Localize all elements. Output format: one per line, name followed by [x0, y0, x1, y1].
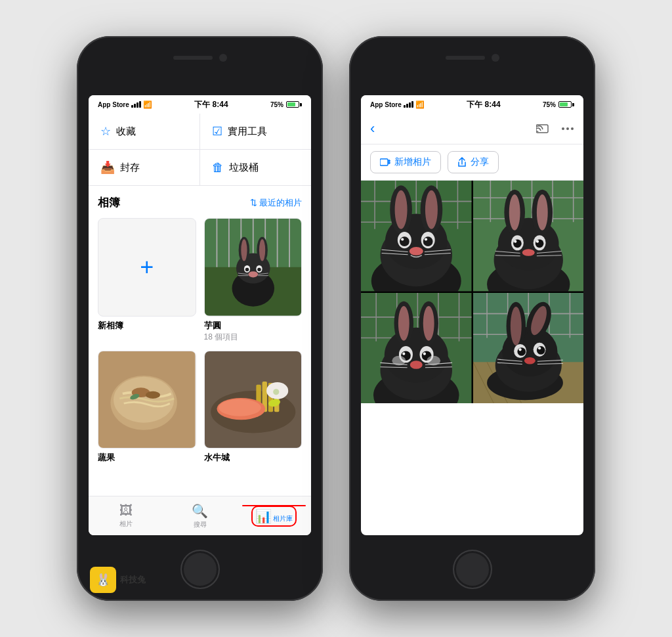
watermark-text: 科技兔	[120, 574, 146, 586]
new-album-thumb: +	[98, 218, 196, 317]
right-status-left: App Store 📶	[370, 100, 425, 109]
albums-grid: + 新相簿	[98, 218, 302, 464]
battery-pct-right: 75%	[543, 101, 556, 108]
battery-fill-left	[287, 102, 295, 106]
new-album-name: 新相簿	[98, 320, 196, 332]
photo-cell-2[interactable]	[473, 181, 584, 292]
share-icon	[457, 157, 467, 167]
albums-sort[interactable]: ⇅ 最近的相片	[250, 197, 302, 209]
add-photo-icon	[380, 157, 390, 167]
rabbit-photo-svg-1	[361, 181, 472, 292]
left-status-right: 75%	[270, 101, 302, 108]
right-status-bar: App Store 📶 下午 8:44 75%	[361, 95, 583, 114]
watermark: 🐰 科技兔	[90, 567, 146, 593]
add-photo-button[interactable]: 新增相片	[370, 151, 441, 173]
left-phone: App Store 📶 下午 8:44 75%	[77, 36, 323, 601]
album-item-rabbit[interactable]: 芋圓 18 個項目	[204, 218, 303, 343]
trash-icon: 🗑	[212, 161, 224, 175]
right-speaker	[446, 56, 485, 60]
svg-point-121	[423, 352, 426, 355]
svg-point-94	[514, 240, 516, 243]
carrier-right: App Store	[370, 101, 402, 108]
quick-item-trash[interactable]: 🗑 垃圾桶	[200, 150, 312, 185]
svg-point-13	[241, 239, 247, 261]
signal-bars-right	[404, 101, 413, 108]
photo-cell-4[interactable]	[473, 293, 584, 404]
albums-title: 相簿	[98, 195, 120, 210]
trash-label: 垃圾桶	[229, 162, 259, 174]
food2-svg	[205, 351, 302, 449]
svg-point-152	[518, 348, 521, 351]
svg-point-124	[410, 361, 423, 369]
photos-tab-label: 相片	[119, 519, 133, 529]
photo-cell-1[interactable]	[361, 181, 472, 292]
wifi-icon-left: 📶	[143, 100, 152, 109]
share-button[interactable]: 分享	[448, 151, 499, 173]
cast-icon[interactable]	[536, 123, 552, 135]
rabbit-photo-svg-3	[361, 293, 472, 404]
svg-point-96	[522, 249, 534, 256]
albums-section: 相簿 ⇅ 最近的相片 + 新相簿	[89, 186, 311, 469]
rabbit-album-name: 芋圓	[204, 320, 303, 332]
tab-library-highlight: 📊 相片庫	[251, 506, 297, 527]
add-photo-label: 新增相片	[394, 156, 431, 168]
food2-name: 水牛城	[204, 452, 303, 464]
svg-point-111	[385, 327, 448, 382]
svg-point-146	[510, 307, 521, 345]
rabbit-photo-svg-2	[473, 181, 584, 292]
right-status-right: 75%	[543, 101, 574, 108]
svg-point-19	[248, 271, 258, 277]
quick-menu: ☆ 收藏 ☑ 實用工具 📥 封存 🗑 垃圾桶	[89, 114, 311, 186]
watermark-icon: 🐰	[90, 567, 116, 593]
left-home-button[interactable]	[180, 550, 220, 589]
library-tab-label: 相片庫	[273, 515, 293, 522]
svg-point-70	[410, 247, 423, 255]
right-home-button[interactable]	[453, 550, 492, 589]
battery-fill-right	[560, 102, 568, 106]
battery-body-right	[558, 101, 572, 108]
left-phone-screen: App Store 📶 下午 8:44 75%	[89, 95, 311, 535]
album-item-food2[interactable]: 水牛城	[204, 351, 303, 464]
food1-thumb	[98, 351, 196, 449]
albums-header: 相簿 ⇅ 最近的相片	[98, 195, 302, 210]
right-phone-screen: App Store 📶 下午 8:44 75%	[361, 95, 583, 535]
left-status-bar: App Store 📶 下午 8:44 75%	[89, 95, 311, 114]
photos-tab-icon: 🖼	[119, 503, 133, 518]
svg-point-14	[259, 239, 264, 261]
svg-point-68	[401, 238, 404, 240]
right-front-camera	[492, 54, 499, 62]
tab-search[interactable]: 🔍 搜尋	[163, 503, 237, 529]
quick-item-archive[interactable]: 📥 封存	[89, 150, 200, 185]
svg-point-37	[219, 399, 261, 416]
svg-point-63	[425, 190, 438, 229]
svg-point-151	[536, 346, 545, 355]
left-status-left: App Store 📶	[98, 100, 152, 109]
food2-thumb	[204, 351, 303, 449]
back-button[interactable]: ‹	[370, 120, 375, 137]
more-icon[interactable]	[561, 123, 574, 135]
svg-point-114	[398, 306, 410, 341]
svg-point-18	[257, 268, 261, 272]
quick-item-tools[interactable]: ☑ 實用工具	[200, 114, 312, 150]
album-item-new[interactable]: + 新相簿	[98, 218, 196, 343]
tab-library[interactable]: 📊 相片庫	[237, 506, 311, 527]
archive-label: 封存	[120, 162, 140, 174]
svg-point-28	[146, 391, 160, 398]
rabbit-album-svg	[205, 219, 302, 316]
tab-photos[interactable]: 🖼 相片	[89, 503, 163, 529]
svg-point-153	[537, 347, 540, 349]
quick-item-favorites[interactable]: ☆ 收藏	[89, 114, 200, 150]
photo-grid	[361, 181, 583, 403]
svg-point-150	[517, 347, 526, 356]
album-item-food1[interactable]: 蔬果	[98, 351, 196, 464]
tools-icon: ☑	[212, 124, 222, 139]
search-tab-label: 搜尋	[194, 520, 207, 529]
svg-point-17	[245, 268, 249, 272]
svg-point-120	[402, 352, 405, 355]
add-icon: +	[140, 253, 154, 281]
tab-bar-left: 🖼 相片 🔍 搜尋 📊 相片庫	[89, 496, 311, 535]
wifi-icon-right: 📶	[415, 100, 425, 109]
rabbit-album-thumb	[204, 218, 303, 317]
photo-cell-3[interactable]	[361, 293, 472, 404]
right-phone-top-bar	[349, 48, 595, 68]
